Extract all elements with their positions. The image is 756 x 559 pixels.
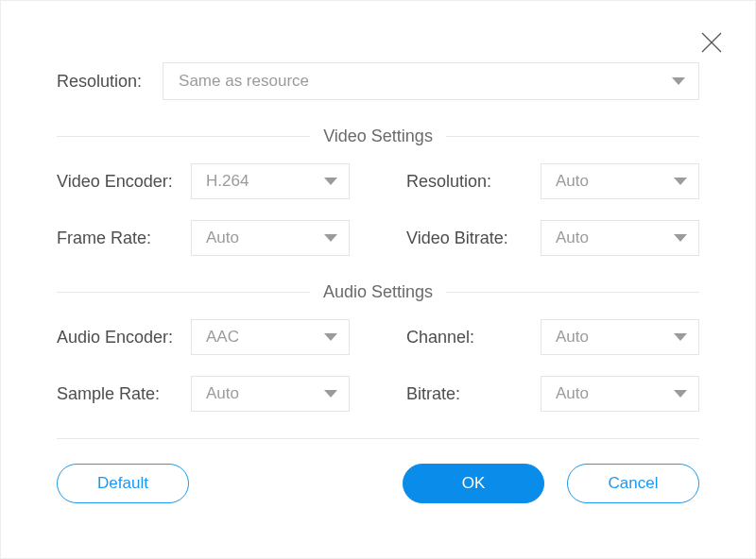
svg-marker-4 xyxy=(674,178,687,185)
chevron-down-icon xyxy=(674,390,687,398)
top-resolution-label: Resolution: xyxy=(57,72,142,92)
video-resolution-label: Resolution: xyxy=(406,172,541,192)
chevron-down-icon xyxy=(674,333,687,341)
close-icon xyxy=(699,30,724,55)
frame-rate-label: Frame Rate: xyxy=(57,229,191,248)
video-encoder-label: Video Encoder: xyxy=(57,172,191,192)
svg-marker-9 xyxy=(324,390,337,398)
sample-rate-select[interactable]: Auto xyxy=(191,376,350,412)
chevron-down-icon xyxy=(674,178,687,185)
svg-marker-3 xyxy=(324,178,337,185)
chevron-down-icon xyxy=(672,77,685,85)
channel-label: Channel: xyxy=(406,328,541,347)
channel-select[interactable]: Auto xyxy=(541,319,699,355)
svg-marker-8 xyxy=(674,333,687,341)
video-resolution-value: Auto xyxy=(556,172,589,191)
channel-value: Auto xyxy=(556,328,589,347)
close-button[interactable] xyxy=(696,26,728,59)
audio-bitrate-label: Bitrate: xyxy=(406,384,541,404)
sample-rate-value: Auto xyxy=(206,384,239,403)
video-bitrate-value: Auto xyxy=(556,229,589,247)
video-encoder-select[interactable]: H.264 xyxy=(191,163,350,199)
video-encoder-value: H.264 xyxy=(206,172,249,191)
svg-marker-10 xyxy=(674,390,687,398)
divider xyxy=(57,438,699,439)
video-bitrate-select[interactable]: Auto xyxy=(541,220,699,256)
svg-marker-6 xyxy=(674,234,687,242)
sample-rate-label: Sample Rate: xyxy=(57,384,191,404)
frame-rate-select[interactable]: Auto xyxy=(191,220,350,256)
default-button[interactable]: Default xyxy=(57,464,189,503)
audio-encoder-label: Audio Encoder: xyxy=(57,328,191,347)
chevron-down-icon xyxy=(324,178,337,185)
ok-button[interactable]: OK xyxy=(403,464,544,503)
chevron-down-icon xyxy=(324,234,337,242)
audio-encoder-select[interactable]: AAC xyxy=(191,319,350,355)
svg-marker-7 xyxy=(324,333,337,341)
frame-rate-value: Auto xyxy=(206,229,239,247)
audio-encoder-value: AAC xyxy=(206,328,239,347)
video-bitrate-label: Video Bitrate: xyxy=(406,229,541,248)
chevron-down-icon xyxy=(324,390,337,398)
video-settings-header: Video Settings xyxy=(57,127,699,146)
video-resolution-select[interactable]: Auto xyxy=(541,163,699,199)
cancel-button[interactable]: Cancel xyxy=(567,464,699,503)
svg-marker-5 xyxy=(324,234,337,242)
svg-marker-2 xyxy=(672,77,685,85)
top-resolution-value: Same as resource xyxy=(179,72,309,91)
audio-bitrate-value: Auto xyxy=(556,384,589,403)
top-resolution-select[interactable]: Same as resource xyxy=(163,62,699,100)
audio-bitrate-select[interactable]: Auto xyxy=(541,376,699,412)
audio-settings-header: Audio Settings xyxy=(57,282,699,302)
chevron-down-icon xyxy=(324,333,337,341)
chevron-down-icon xyxy=(674,234,687,242)
